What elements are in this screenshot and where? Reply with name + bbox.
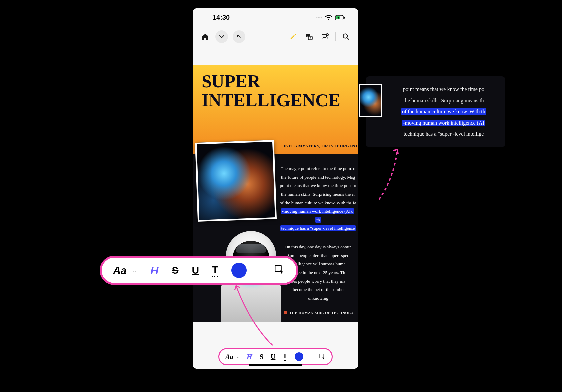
nebula-photo (195, 140, 277, 222)
area-select-button[interactable] (274, 264, 285, 277)
signal-dots-icon: •••• (316, 16, 322, 19)
article-body[interactable]: The magic point refers to the time point… (279, 164, 358, 305)
search-button[interactable] (340, 31, 351, 42)
body-line: the future of people and technology. Mag (281, 175, 355, 180)
body-line: the human skills. Surprising means the e… (281, 192, 355, 197)
expand-button[interactable] (215, 30, 228, 43)
callout-arrow-icon (376, 143, 406, 203)
strikethrough-button[interactable]: S (260, 353, 263, 361)
body-line: The magic point refers to the time point… (281, 166, 355, 171)
font-style-button[interactable]: Aa (225, 353, 233, 361)
nebula-thumbnail (359, 84, 382, 117)
area-select-icon (318, 353, 326, 360)
format-divider (260, 263, 260, 278)
color-picker-button[interactable] (231, 263, 247, 278)
highlighted-text: -moving human work intelligence (AI (402, 120, 485, 126)
article-subhead: IS IT A MYSTERY, OR IS IT URGENT (284, 143, 358, 148)
area-select-button[interactable] (318, 353, 326, 360)
search-icon (342, 33, 350, 41)
text-image-button[interactable]: TT (303, 31, 315, 42)
squiggly-underline-button[interactable]: T (283, 352, 287, 361)
font-style-button[interactable]: Aa (113, 264, 127, 277)
highlighter-icon (289, 33, 297, 41)
body-line: kes people worry that they ma (291, 279, 345, 284)
undo-button[interactable] (233, 30, 245, 43)
color-picker-button[interactable] (295, 352, 303, 361)
section-rule (290, 237, 347, 237)
body-line: gence in the next 25 years. Th (291, 270, 345, 275)
phone-frame: 14:30 •••• TT (193, 8, 358, 369)
chevron-down-icon (219, 34, 224, 39)
status-right: •••• (316, 15, 345, 20)
article-title: SUPER INTELLIGENCE (202, 72, 358, 110)
popout-line: point means that we know the time po (403, 86, 484, 92)
highlight-button[interactable]: H (247, 352, 252, 361)
highlighted-text: of the human culture we know. With th (401, 108, 486, 115)
undo-icon (236, 33, 242, 40)
image-add-icon (321, 33, 329, 41)
highlight-button[interactable]: H (150, 264, 159, 277)
home-icon (201, 33, 209, 41)
format-divider (311, 352, 311, 361)
body-line: On this day, one day is always comin (285, 245, 351, 249)
home-indicator[interactable] (249, 364, 302, 366)
popout-body: point means that we know the time po the… (386, 84, 501, 140)
format-toolbar-zoom: Aa ⌄ H S U T (100, 256, 298, 285)
font-style-chevron-icon[interactable]: ⌄ (132, 267, 137, 274)
svg-rect-2 (344, 17, 345, 19)
status-bar: 14:30 •••• (193, 8, 358, 27)
format-toolbar: Aa ⌄ H S U T (218, 348, 332, 365)
body-line: of the human culture we know. With the f… (280, 200, 356, 205)
underline-button[interactable]: U (271, 353, 275, 361)
highlighted-text[interactable]: -moving human work intelligence (AI), th (281, 208, 354, 223)
underline-button[interactable]: U (192, 265, 199, 276)
toolbar-divider (335, 32, 336, 41)
body-line: intelligence will surpass huma (291, 261, 346, 266)
highlighted-text[interactable]: technique has a "super -level intelligen… (280, 225, 356, 231)
battery-charging-icon (335, 15, 345, 20)
insert-image-button[interactable] (319, 31, 331, 42)
article-footer-tag: THE HUMAN SIDE OF TECHNOLO (279, 311, 358, 315)
strikethrough-button[interactable]: S (172, 265, 178, 276)
font-style-chevron-icon[interactable]: ⌄ (236, 354, 239, 359)
top-toolbar: TT (193, 27, 358, 47)
format-toolbar-area: Aa ⌄ H S U T (193, 348, 358, 365)
svg-text:T: T (310, 37, 311, 40)
body-line: point means that we know the time point … (280, 183, 356, 188)
text-zoom-popout: point means that we know the time po the… (366, 76, 505, 147)
home-button[interactable] (200, 31, 211, 42)
text-image-icon: TT (305, 33, 313, 41)
svg-point-8 (323, 35, 324, 36)
popout-line: technique has a "super -level intellige (404, 131, 484, 137)
area-select-icon (274, 264, 285, 275)
popout-line: the human skills. Surprising means th (404, 98, 484, 103)
hero-banner: SUPER INTELLIGENCE IS IT A MYSTERY, OR I… (193, 65, 358, 154)
body-line: become the pet of their robo (293, 287, 344, 292)
squiggly-underline-button[interactable]: T (212, 264, 218, 277)
status-time: 14:30 (213, 14, 230, 21)
highlighter-button[interactable] (287, 31, 299, 42)
body-line: Some people alert that super -spec (287, 253, 349, 258)
wifi-icon (325, 15, 332, 20)
body-line: unknowing (308, 296, 328, 301)
